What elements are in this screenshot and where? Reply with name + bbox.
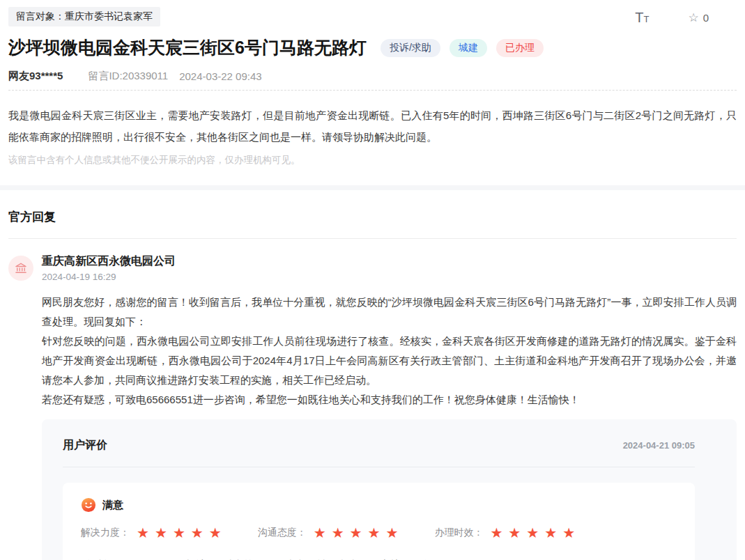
agency-name: 重庆高新区西永微电园公司	[42, 254, 737, 268]
rating-label: 沟通态度：	[258, 527, 307, 539]
post-meta-row: 网友93****5 留言ID:20339011 2024-03-22 09:43	[8, 70, 737, 83]
section-separator	[0, 185, 745, 190]
post-date: 2024-03-22 09:43	[179, 70, 261, 82]
reply-paragraph: 针对您反映的问题，西永微电园公司立即安排工作人员前往现场进行了核查。经核实，金科…	[42, 332, 737, 390]
star-icon: ★	[508, 526, 521, 540]
star-icon: ★	[191, 526, 203, 540]
star-icon: ★	[155, 526, 167, 540]
official-reply-section: 官方回复 重庆高新区西永微电园公司 2024-04-19 16:29 网民朋友您…	[0, 209, 745, 560]
reply-paragraph: 若您还有疑惑，可致电65666551进一步咨询，希望您一如既往地关心和支持我们的…	[42, 390, 737, 410]
rating-label: 办理时效：	[434, 527, 483, 539]
agency-avatar	[8, 256, 33, 281]
dashed-divider	[8, 90, 737, 91]
star-outline-icon: ☆	[688, 10, 698, 25]
tag-status[interactable]: 已办理	[496, 39, 544, 57]
font-size-small-letter: T	[643, 14, 649, 24]
reply-divider	[8, 238, 737, 239]
tag-complaint-type[interactable]: 投诉/求助	[381, 39, 440, 57]
star-icon: ★	[490, 526, 502, 540]
rating-resolution: 解决力度： ★★★★★	[81, 526, 227, 540]
star-icon: ★	[332, 526, 344, 540]
reply-paragraph: 网民朋友您好，感谢您的留言！收到留言后，我单位十分重视，就您反映的“沙坪坝微电园…	[42, 293, 737, 332]
user-evaluation-card: 用户评价 2024-04-21 09:05 满	[42, 419, 737, 560]
rating-timeliness: 办理时效： ★★★★★	[434, 526, 581, 540]
star-icon: ★	[314, 526, 326, 540]
font-size-big-letter: T	[635, 10, 643, 25]
evaluation-divider	[63, 467, 695, 467]
satisfied-smiley-icon	[81, 497, 96, 513]
star-icon: ★	[385, 526, 398, 540]
ratings-row: 解决力度： ★★★★★ 沟通态度： ★★★★★ 办理时效： ★★★★★	[81, 526, 677, 540]
post-author: 网友93****5	[8, 70, 63, 83]
star-icon: ★	[209, 526, 222, 540]
star-icon: ★	[368, 526, 381, 540]
official-reply-block: 重庆高新区西永微电园公司 2024-04-19 16:29 网民朋友您好，感谢您…	[8, 254, 737, 410]
evaluation-header: 用户评价 2024-04-21 09:05	[63, 438, 695, 453]
verdict-label: 满意	[102, 499, 123, 512]
post-body: 我是微电园金科天宸三街区业主，需要地产安装路灯，但是目前地产资金出现断链。已入住…	[8, 104, 737, 148]
evaluation-comment: 感谢各位领导，解决了长达5年以上的难题，为老百姓干实事，民生就是民心。	[81, 556, 677, 560]
star-icon: ★	[137, 526, 149, 540]
font-size-icon[interactable]: TT	[635, 10, 649, 26]
star-rating: ★★★★★	[314, 526, 404, 540]
star-icon: ★	[544, 526, 557, 540]
message-detail-page: 留言对象：重庆市委书记袁家军 TT ☆ 0 沙坪坝微电园金科天宸三街区6号门马路…	[0, 0, 745, 166]
reply-body: 网民朋友您好，感谢您的留言！收到留言后，我单位十分重视，就您反映的“沙坪坝微电园…	[42, 293, 737, 410]
star-icon: ★	[562, 526, 575, 540]
star-icon: ★	[350, 526, 362, 540]
title-row: 沙坪坝微电园金科天宸三街区6号门马路无路灯 投诉/求助 城建 已办理	[8, 36, 737, 59]
message-target-badge: 留言对象：重庆市委书记袁家军	[8, 7, 160, 26]
evaluation-date: 2024-04-21 09:05	[623, 440, 695, 451]
star-icon: ★	[173, 526, 185, 540]
rating-label: 解决力度：	[81, 527, 130, 539]
reply-date: 2024-04-19 16:29	[42, 272, 737, 282]
topbar: 留言对象：重庆市委书记袁家军 TT ☆ 0	[8, 0, 737, 26]
topbar-actions: TT ☆ 0	[635, 10, 709, 26]
privacy-note: 该留言中含有个人信息或其他不便公开展示的内容，仅办理机构可见。	[8, 154, 737, 166]
star-rating: ★★★★★	[137, 526, 227, 540]
post-message-id: 留言ID:20339011	[88, 70, 168, 83]
tag-category[interactable]: 城建	[450, 39, 487, 57]
star-rating: ★★★★★	[490, 526, 581, 540]
page-title: 沙坪坝微电园金科天宸三街区6号门马路无路灯	[8, 36, 367, 59]
verdict-row: 满意	[81, 497, 677, 513]
evaluation-result-card: 满意 解决力度： ★★★★★ 沟通态度： ★★★★★ 办理时效： ★★★★★ 感…	[63, 483, 695, 560]
favorite-button[interactable]: ☆ 0	[688, 10, 709, 25]
bank-building-icon	[14, 261, 28, 275]
evaluation-title: 用户评价	[63, 438, 107, 453]
star-icon: ★	[526, 526, 539, 540]
rating-communication: 沟通态度： ★★★★★	[258, 526, 404, 540]
favorite-count: 0	[703, 12, 709, 24]
reply-content: 重庆高新区西永微电园公司 2024-04-19 16:29 网民朋友您好，感谢您…	[42, 254, 737, 410]
official-reply-heading: 官方回复	[8, 209, 737, 225]
